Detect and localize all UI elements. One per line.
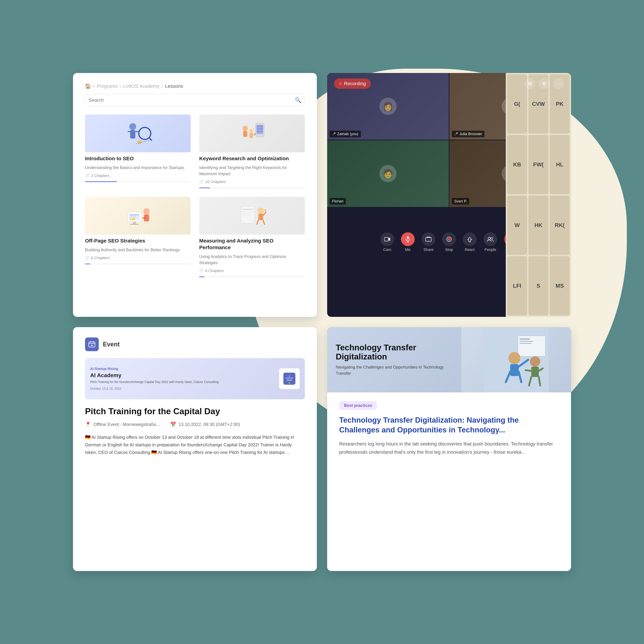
event-header: Event bbox=[85, 337, 305, 351]
mic-button[interactable]: Mic bbox=[401, 232, 415, 252]
avatar: 🧑 bbox=[379, 165, 397, 182]
list-item[interactable]: Off-Page SEO Strategies Building Authori… bbox=[85, 197, 191, 277]
breadcrumb-sep: › bbox=[120, 83, 121, 89]
lesson-title: Keyword Research and Optimization bbox=[199, 155, 305, 162]
lesson-description: Identifying and Targeting the Right Keyw… bbox=[199, 165, 305, 177]
key-hk[interactable]: HK bbox=[528, 196, 548, 255]
svg-rect-14 bbox=[260, 131, 263, 133]
list-item[interactable]: ★ Measuring and Analyzing SEO Performanc… bbox=[199, 197, 305, 277]
lesson-thumbnail: ★ bbox=[199, 197, 305, 235]
react-button[interactable]: React bbox=[463, 232, 477, 252]
best-practices-badge: Best practices bbox=[339, 401, 377, 410]
breadcrumb-home[interactable]: 🏠 bbox=[85, 83, 91, 89]
svg-rect-9 bbox=[257, 125, 260, 127]
breadcrumb: 🏠 › Programs › LoftOS Academy › Lessons bbox=[85, 83, 305, 89]
hero-overlay: Technology Transfer Digitalization Navig… bbox=[336, 343, 453, 376]
share-icon bbox=[422, 232, 435, 246]
svg-text:★: ★ bbox=[264, 208, 267, 212]
lms-card: 🏠 › Programs › LoftOS Academy › Lessons … bbox=[73, 73, 317, 317]
search-input[interactable] bbox=[89, 97, 292, 103]
participant-label: 🎤 Zainab (you) bbox=[330, 131, 361, 137]
event-banner: AI Startup Rising AI Academy Pitch Train… bbox=[85, 358, 305, 399]
breadcrumb-academy[interactable]: LoftOS Academy bbox=[123, 83, 159, 89]
list-item[interactable]: Keyword Research and Optimization Identi… bbox=[199, 115, 305, 188]
list-item[interactable]: Introduction to SEO Understanding the Ba… bbox=[85, 115, 191, 188]
stop-button[interactable]: Stop bbox=[442, 232, 456, 252]
participant-name: Sven P. bbox=[454, 199, 467, 204]
svg-point-75 bbox=[530, 356, 540, 367]
svg-line-39 bbox=[263, 212, 266, 215]
share-button[interactable]: Share bbox=[422, 232, 435, 252]
mute-icon: 🎤 bbox=[332, 132, 336, 136]
participant-name: Florian bbox=[332, 199, 343, 204]
key-kb[interactable]: KB bbox=[507, 135, 527, 194]
banner-logo-right: AI STARTUP RISING bbox=[279, 368, 300, 389]
svg-text:AI: AI bbox=[289, 375, 290, 377]
svg-rect-20 bbox=[133, 222, 136, 224]
key-w[interactable]: W bbox=[507, 196, 527, 255]
react-icon bbox=[463, 232, 477, 246]
svg-rect-27 bbox=[132, 218, 133, 220]
key-rk[interactable]: RK( bbox=[550, 196, 570, 255]
svg-point-0 bbox=[129, 123, 136, 130]
chapters-icon: 📄 bbox=[85, 256, 89, 260]
breadcrumb-lessons[interactable]: Lessons bbox=[165, 83, 183, 89]
svg-rect-12 bbox=[260, 128, 263, 130]
lesson-thumbnail bbox=[85, 197, 191, 235]
more-options-button[interactable]: ⋯ bbox=[553, 78, 564, 89]
svg-rect-49 bbox=[426, 238, 431, 241]
banner-subtitle: Pitch Training for the foundersXchange C… bbox=[90, 380, 218, 384]
svg-rect-34 bbox=[243, 211, 251, 212]
avatar: 👩 bbox=[379, 98, 397, 115]
banner-title: AI Academy bbox=[90, 372, 218, 379]
svg-rect-69 bbox=[520, 343, 532, 344]
key-s[interactable]: S bbox=[528, 256, 548, 315]
search-bar: 🔍 bbox=[85, 94, 305, 106]
lesson-title: Measuring and Analyzing SEO Performance bbox=[199, 237, 305, 251]
lesson-chapters: 6 Chapters bbox=[91, 256, 110, 260]
settings-button[interactable]: ⚙ bbox=[539, 78, 550, 89]
event-card: Event AI Startup Rising AI Academy Pitch… bbox=[73, 327, 317, 571]
cam-button[interactable]: Cam bbox=[380, 232, 394, 252]
participant-label: Sven P. bbox=[452, 198, 469, 205]
share-label: Share bbox=[423, 247, 434, 252]
key-lfi[interactable]: LFI bbox=[507, 256, 527, 315]
svg-rect-16 bbox=[243, 131, 247, 137]
event-location-text: Offline Event · Mornewegstraße... bbox=[93, 422, 160, 427]
key-fw[interactable]: FW( bbox=[528, 135, 548, 194]
article-card: Technology Transfer Digitalization Navig… bbox=[327, 327, 571, 571]
banner-logo: AI Startup Rising AI Academy Pitch Train… bbox=[90, 367, 218, 391]
svg-rect-13 bbox=[257, 131, 260, 133]
grid-view-button[interactable]: ⊞ bbox=[524, 78, 535, 89]
svg-rect-26 bbox=[130, 219, 131, 220]
svg-line-41 bbox=[263, 220, 264, 224]
participant-video-florian: 🧑 bbox=[327, 140, 449, 207]
svg-line-77 bbox=[526, 370, 531, 371]
svg-marker-44 bbox=[388, 238, 390, 241]
key-hl[interactable]: HL bbox=[550, 135, 570, 194]
svg-point-52 bbox=[448, 238, 450, 241]
lesson-description: Understanding the Basics and Importance … bbox=[85, 165, 191, 171]
article-title[interactable]: Technology Transfer Digitalization: Navi… bbox=[339, 415, 559, 435]
svg-point-54 bbox=[491, 237, 493, 239]
chapters-icon: 📄 bbox=[199, 180, 204, 184]
svg-rect-68 bbox=[520, 341, 533, 342]
svg-line-40 bbox=[257, 220, 258, 224]
people-button[interactable]: People bbox=[483, 232, 497, 252]
svg-rect-38 bbox=[258, 214, 263, 220]
key-ms[interactable]: MS bbox=[550, 256, 570, 315]
lesson-chapters: 6 Chapters bbox=[205, 269, 224, 273]
event-date-text: 13.10.2022, 09:30 (GMT+2:00) bbox=[179, 422, 240, 427]
breadcrumb-programs[interactable]: Programs bbox=[97, 83, 117, 89]
hero-subtitle: Navigating the Challenges and Opportunit… bbox=[336, 364, 453, 376]
hero-image bbox=[461, 327, 571, 392]
cam-label: Cam bbox=[383, 247, 391, 252]
lesson-meta: 📄 6 Chapters bbox=[85, 256, 191, 260]
lesson-description: Using Analytics to Track Progress and Op… bbox=[199, 253, 305, 266]
event-location: 📍 Offline Event · Mornewegstraße... bbox=[85, 422, 160, 427]
svg-rect-28 bbox=[133, 217, 135, 220]
svg-rect-21 bbox=[130, 224, 139, 225]
breadcrumb-sep: › bbox=[161, 83, 163, 89]
startup-rising-badge: AI STARTUP RISING bbox=[279, 368, 300, 389]
lesson-chapters: 10 Chapters bbox=[205, 180, 226, 184]
